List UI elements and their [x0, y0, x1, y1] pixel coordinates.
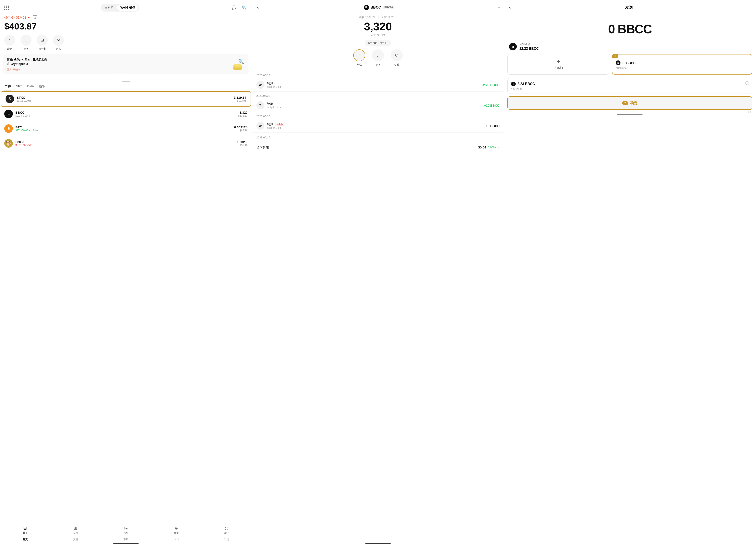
p2-address-pill[interactable]: bc1p8q...ctrr ⊡ [365, 40, 391, 46]
tx-icon-2: ⟳ [256, 101, 264, 109]
grid-menu-icon[interactable] [4, 6, 9, 10]
account-label[interactable]: 钱包 G - 账户 01 [4, 16, 30, 20]
trade-icon: ⊞ [74, 526, 77, 531]
send-action[interactable]: ↑ 发送 [4, 35, 15, 51]
coin-row-doge[interactable]: 🐕 DOGE $0.01 -92.75% 1,932.9 $31.48 [0, 136, 252, 151]
tab-defi[interactable]: DeFi [27, 84, 34, 91]
p3-home-indicator [617, 114, 643, 115]
receive-action[interactable]: ↓ 接收 [20, 35, 32, 51]
coin-row-stxo[interactable]: S STXO $0.11 0.00% 1,119.54 $133.96 [1, 91, 251, 107]
tx-row-2[interactable]: ⟳ 铭刻 bc1p8q...ctrr +10 BBCC [252, 99, 504, 112]
stxo-name: STXO [17, 96, 234, 99]
nav-home[interactable]: ⊟ 首页 [0, 525, 50, 535]
tab-exchange[interactable]: 交易所 [101, 4, 117, 11]
current-price-label: 当前价格 [256, 145, 478, 149]
p2-receive-icon: ↓ [372, 49, 384, 61]
p2-balance-area: 可用 3,307.77 | 可转 12.23 ℹ 3,320 ≈ $133.13 [252, 13, 504, 37]
nav-trade[interactable]: ⊞ 交易 [50, 525, 101, 535]
btc-price: $27,300.60 +1.64% [15, 129, 234, 132]
tx-row-3[interactable]: ⟳ 铭刻 ⊙ 失败 bc1p8q...ctrr +10 BBCC [252, 119, 504, 133]
tab-nft[interactable]: NFT [16, 84, 22, 91]
coin-row-bbcc[interactable]: B BBCC $0.04 0.00% 3,320 $133.13 [0, 107, 252, 121]
doge-price: $0.01 -92.75% [15, 144, 237, 147]
wallet-copy-icon[interactable]: ⊡ [33, 15, 37, 20]
p3-transferable-label: 可转余额 [519, 42, 539, 46]
p2-home-indicator [365, 543, 391, 544]
account-dropdown-icon [28, 17, 30, 18]
branch-icon[interactable]: ⑃ [498, 5, 500, 10]
p3-utxo-card-2[interactable]: B 2.23 BBCC #8787833 [507, 78, 752, 94]
p2-trade-action[interactable]: ↺ 交易 [391, 49, 403, 67]
sec-tab-market[interactable]: 市场 [101, 538, 151, 541]
tx-addr-3: bc1p8q...ctrr [267, 126, 484, 129]
p2-address-row: bc1p8q...ctrr ⊡ [252, 40, 504, 46]
p3-back-button[interactable]: ‹ [507, 4, 512, 11]
sec-tab-defi[interactable]: DeFi [151, 538, 201, 541]
tx-date-1: 2023/05/23 [252, 71, 504, 78]
price-row: 2023/05/19 [252, 133, 504, 142]
price-label-date: 2023/05/19 [256, 136, 500, 139]
message-icon[interactable]: 💬 [231, 4, 237, 11]
btc-name: BTC [15, 125, 234, 129]
p3-card-amount-1: 10 BBCC [622, 61, 635, 65]
nav-discover[interactable]: ◎ 发现 [201, 525, 252, 535]
bbcc-amount: 3,320 $133.13 [238, 111, 247, 117]
sec-tab-home[interactable]: 首页 [0, 538, 50, 541]
p2-usd-value: ≈ $133.13 [256, 33, 500, 37]
price-expand-icon[interactable]: ∧ [497, 146, 499, 149]
tab-web3-wallet[interactable]: Web3 钱包 [117, 4, 139, 11]
coin-row-btc[interactable]: ₿ BTC $27,300.60 +1.64% 0.003124 $85.29 [0, 121, 252, 136]
tx-amount-3: +10 BBCC [484, 124, 499, 128]
action-buttons: ↑ 发送 ↓ 接收 ⊡ 扫一扫 ∞ 更多 [0, 35, 252, 54]
bbcc-price: $0.04 0.00% [15, 114, 238, 117]
p2-receive-action[interactable]: ↓ 接收 [372, 49, 384, 67]
btc-info: BTC $27,300.60 +1.64% [15, 125, 234, 132]
doge-amount: 1,932.9 $31.48 [237, 140, 248, 147]
p3-header: ‹ 发送 [504, 0, 756, 13]
p3-confirm-button[interactable]: 2 确定 [507, 96, 752, 110]
more-icon-circle: ∞ [53, 35, 64, 46]
promo-banner[interactable]: 体验 zkSync Era，赢取奖励尽在 Cryptopedia 立即体验→ 🔍 [3, 54, 248, 74]
nav-earn[interactable]: ◈ 赚币 [151, 525, 201, 535]
current-price-row[interactable]: 当前价格 $0.04 0.00% ∧ [252, 142, 504, 152]
search-icon[interactable]: 🔍 [241, 4, 248, 11]
p3-send-amount: 0 BBCC [504, 13, 756, 42]
back-button[interactable]: ‹ [255, 4, 260, 11]
more-action[interactable]: ∞ 更多 [53, 35, 64, 51]
tx-amount-2: +10 BBCC [484, 104, 499, 107]
earn-icon: ◈ [175, 526, 178, 531]
p3-card-num-1: 1 [612, 54, 618, 58]
tab-coins[interactable]: 币种 [4, 84, 11, 91]
p3-transferable-amount: 12.23 BBCC [519, 47, 539, 51]
coin-category-tabs: 币种 NFT DeFi 授权 [0, 84, 252, 91]
banner-dots [0, 78, 252, 78]
panel-bbcc-detail: ‹ B BBCC BRC20 ⑃ 可用 3,307.77 | 可转 12.23 … [252, 0, 504, 546]
tx-type-3: 铭刻 ⊙ 失败 [267, 122, 484, 126]
p3-card-id-1: #8586869 [616, 66, 749, 69]
tx-icon-1: ⟳ [256, 81, 264, 89]
p3-title: 发送 [512, 5, 746, 10]
sec-tab-discover[interactable]: 发现 [201, 538, 252, 541]
tx-addr-2: bc1p8q...ctrr [267, 106, 484, 109]
p2-main-balance: 3,320 [256, 20, 500, 33]
p3-inscribe-card[interactable]: + 去铭刻 [507, 54, 609, 75]
tx-row-1[interactable]: ⟳ 铭刻 bc1p8q...ctrr +2.23 BBCC [252, 78, 504, 92]
copy-icon[interactable]: ⊡ [385, 41, 388, 45]
tx-date-2: 2023/05/22 [252, 92, 504, 99]
swipe-handle [122, 81, 130, 82]
panel-send: ‹ 发送 0 BBCC B 可转余额 12.23 BBCC + 去铭刻 1 B … [504, 0, 756, 546]
sec-tab-trade[interactable]: 交易 [50, 538, 101, 541]
current-price-value: $0.04 0.00% ∧ [478, 145, 499, 149]
banner-link[interactable]: 立即体验→ [7, 67, 48, 71]
exchange-web3-tabs: 交易所 Web3 钱包 [101, 4, 139, 12]
p3-card2-radio[interactable] [745, 81, 749, 85]
scan-action[interactable]: ⊡ 扫一扫 [37, 35, 48, 51]
p2-send-action[interactable]: ↑ 发送 [353, 49, 365, 67]
p3-utxo-card-1[interactable]: 1 B 10 BBCC #8586869 [612, 54, 752, 75]
banner-image: 🔍 [230, 58, 245, 71]
plus-icon: + [557, 58, 560, 64]
receive-icon-circle: ↓ [20, 35, 32, 46]
nav-market[interactable]: ◎ 市场 [101, 525, 151, 535]
tab-auth[interactable]: 授权 [39, 84, 45, 91]
info-icon[interactable]: ℹ [396, 16, 397, 19]
